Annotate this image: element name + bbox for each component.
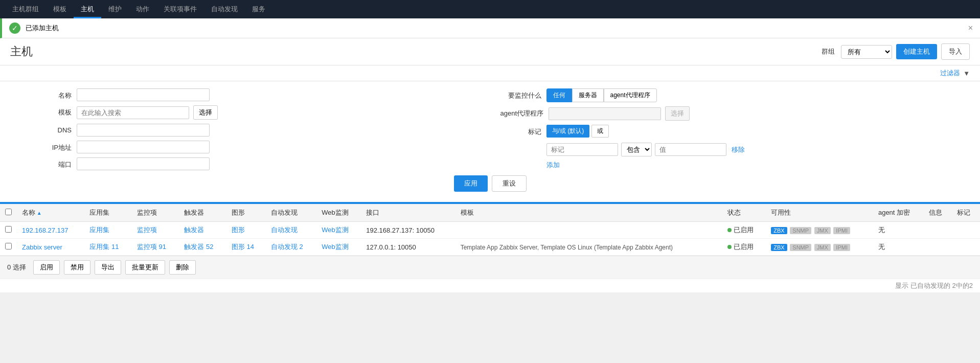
filter-agent-row: agent代理程序 选择 <box>500 106 950 121</box>
delete-button[interactable]: 删除 <box>169 260 196 275</box>
group-select[interactable]: 所有 <box>841 45 892 59</box>
row2-avail: ZBX SNMP JMX IPMI <box>766 239 873 256</box>
row1-interface: 192.168.27.137: 10050 <box>361 222 455 239</box>
filter-toggle-bar: 过滤器 ▼ <box>0 65 980 81</box>
row1-check[interactable] <box>5 226 12 233</box>
row2-status[interactable]: 已启用 <box>722 239 766 256</box>
row1-app[interactable]: 应用集 <box>84 222 131 239</box>
name-label: 名称 <box>31 88 77 100</box>
port-input[interactable] <box>77 157 210 170</box>
row1-template <box>455 222 722 239</box>
filter-toggle-label[interactable]: 过滤器 <box>940 69 960 78</box>
create-host-button[interactable]: 创建主机 <box>896 44 937 59</box>
monitor-agent-button[interactable]: agent代理程序 <box>604 88 657 102</box>
group-label: 群组 <box>822 47 835 56</box>
nav-actions[interactable]: 动作 <box>129 0 156 18</box>
template-search-input[interactable] <box>77 106 189 119</box>
col-status[interactable]: 状态 <box>722 203 766 222</box>
row1-status[interactable]: 已启用 <box>722 222 766 239</box>
ip-input[interactable] <box>77 141 210 153</box>
row2-template: Template App Zabbix Server, Template OS … <box>455 239 722 256</box>
apply-button[interactable]: 应用 <box>454 175 488 192</box>
nav-autodiscovery[interactable]: 自动发现 <box>204 0 245 18</box>
jmx-badge: JMX <box>814 227 831 234</box>
row1-monitor[interactable]: 监控项 <box>132 222 179 239</box>
tag-contains-select[interactable]: 包含 等于 <box>621 143 652 156</box>
col-template[interactable]: 模板 <box>455 203 722 222</box>
nav-templates[interactable]: 模板 <box>46 0 74 18</box>
export-button[interactable]: 导出 <box>95 260 121 275</box>
row2-name[interactable]: Zabbix server <box>17 239 84 256</box>
zbx-badge: ZBX <box>771 227 787 234</box>
row2-app[interactable]: 应用集 11 <box>84 239 131 256</box>
row1-checkbox[interactable] <box>0 222 17 239</box>
dns-input[interactable] <box>77 124 210 137</box>
agent-label: agent代理程序 <box>500 106 549 118</box>
col-web[interactable]: Web监测 <box>316 203 361 222</box>
name-input[interactable] <box>77 88 210 101</box>
col-info[interactable]: 信息 <box>924 203 952 222</box>
nav-event-correlation[interactable]: 关联项事件 <box>156 0 204 18</box>
filter-monitor-row: 要监控什么 任何 服务器 agent代理程序 <box>500 88 950 102</box>
hosts-table: 名称 应用集 监控项 触发器 图形 自动发现 Web监测 接口 模板 状态 可用… <box>0 203 980 256</box>
nav-services[interactable]: 服务 <box>245 0 272 18</box>
enable-button[interactable]: 启用 <box>33 260 60 275</box>
nav-hosts[interactable]: 主机 <box>74 0 101 18</box>
tag-add-link[interactable]: 添加 <box>546 161 745 170</box>
header-controls: 群组 所有 创建主机 导入 <box>822 43 970 60</box>
col-graph[interactable]: 图形 <box>226 203 266 222</box>
close-button[interactable]: × <box>968 24 973 33</box>
tags-label: 标记 <box>500 125 546 137</box>
disable-button[interactable]: 禁用 <box>64 260 90 275</box>
row2-trigger[interactable]: 触发器 52 <box>179 239 226 256</box>
row1-web[interactable]: Web监测 <box>316 222 361 239</box>
filter-port-row: 端口 <box>31 157 480 170</box>
row2-checkbox[interactable] <box>0 239 17 256</box>
import-button[interactable]: 导入 <box>941 43 970 60</box>
nav-maintenance[interactable]: 维护 <box>101 0 129 18</box>
row2-check[interactable] <box>5 243 12 249</box>
tag-value-input[interactable] <box>655 143 726 156</box>
row1-avail: ZBX SNMP JMX IPMI <box>766 222 873 239</box>
check-icon: ✓ <box>9 22 20 34</box>
row1-graph[interactable]: 图形 <box>226 222 266 239</box>
batch-update-button[interactable]: 批量更新 <box>125 260 165 275</box>
row2-autodiscover[interactable]: 自动发现 2 <box>266 239 316 256</box>
monitor-server-button[interactable]: 服务器 <box>572 88 604 102</box>
filter-right-column: 要监控什么 任何 服务器 agent代理程序 agent代理程序 选择 标记 <box>480 88 950 170</box>
col-tags[interactable]: 标记 <box>952 203 980 222</box>
agent-select-button[interactable]: 选择 <box>665 106 690 121</box>
row1-autodiscover[interactable]: 自动发现 <box>266 222 316 239</box>
row2-monitor[interactable]: 监控项 91 <box>132 239 179 256</box>
col-checkbox <box>0 203 17 222</box>
col-avail[interactable]: 可用性 <box>766 203 873 222</box>
monitor-any-button[interactable]: 任何 <box>546 88 572 102</box>
row2-graph[interactable]: 图形 14 <box>226 239 266 256</box>
nav-host-groups[interactable]: 主机群组 <box>5 0 46 18</box>
tag-name-input[interactable] <box>546 143 618 156</box>
ipmi-badge: IPMI <box>833 227 850 234</box>
col-trigger[interactable]: 触发器 <box>179 203 226 222</box>
dns-label: DNS <box>31 124 77 134</box>
top-navigation: 主机群组 模板 主机 维护 动作 关联项事件 自动发现 服务 <box>0 0 980 18</box>
tag-or-button[interactable]: 或 <box>591 125 609 138</box>
col-interface[interactable]: 接口 <box>361 203 455 222</box>
col-autodiscover[interactable]: 自动发现 <box>266 203 316 222</box>
template-select-button[interactable]: 选择 <box>193 105 218 120</box>
col-app[interactable]: 应用集 <box>84 203 131 222</box>
select-all-checkbox[interactable] <box>5 209 12 215</box>
col-monitor[interactable]: 监控项 <box>132 203 179 222</box>
filter-section: 名称 模板 选择 DNS IP地址 端口 <box>0 81 980 203</box>
tag-and-or-button[interactable]: 与/或 (默认) <box>546 125 590 138</box>
row1-name[interactable]: 192.168.27.137 <box>17 222 84 239</box>
reset-button[interactable]: 重设 <box>492 175 527 192</box>
banner-message: 已添加主机 <box>26 24 59 33</box>
tag-remove-link[interactable]: 移除 <box>732 145 745 154</box>
col-encrypt[interactable]: agent 加密 <box>873 203 924 222</box>
agent-input[interactable] <box>549 107 661 120</box>
monitor-label: 要监控什么 <box>500 88 546 100</box>
table-row: Zabbix server 应用集 11 监控项 91 触发器 52 图形 14… <box>0 239 980 256</box>
row1-trigger[interactable]: 触发器 <box>179 222 226 239</box>
row2-web[interactable]: Web监测 <box>316 239 361 256</box>
col-name[interactable]: 名称 <box>17 203 84 222</box>
